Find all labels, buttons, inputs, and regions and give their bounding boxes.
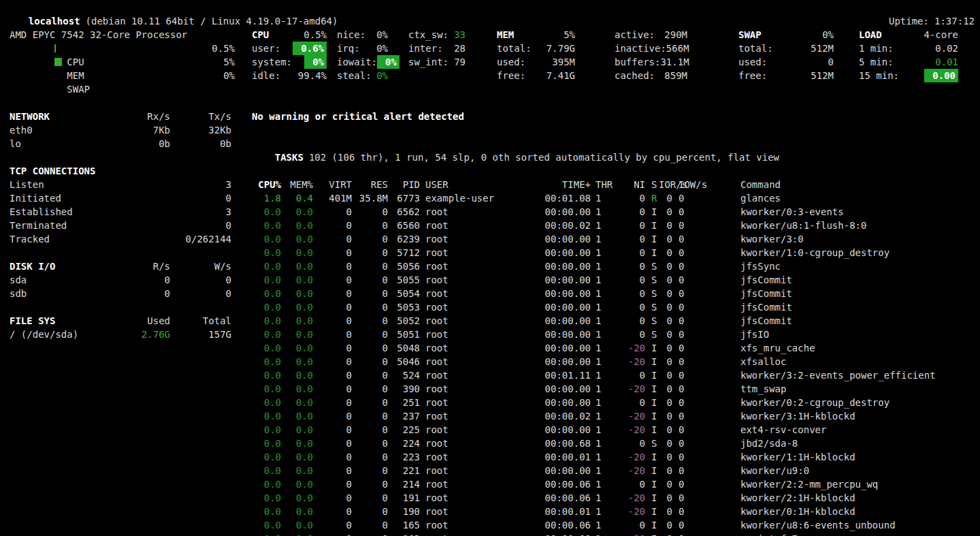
proc-time: 00:00.06 xyxy=(509,491,591,505)
proc-res: 0 xyxy=(355,219,388,232)
proc-virt: 0 xyxy=(316,450,352,464)
proc-cpu: 0.0 xyxy=(252,409,281,423)
proc-command: kworker/1:0-cgroup_destroy xyxy=(740,246,980,259)
proc-ni: 0 xyxy=(619,219,645,232)
filesystem-panel: FILE SYS Used Total / (/dev/sda) 2.76G 1… xyxy=(10,314,231,341)
load-stat-row: 5 min: 0.01 xyxy=(859,55,958,69)
fs-mount: / (/dev/sda) xyxy=(10,328,109,341)
proc-thr: 1 xyxy=(595,300,613,314)
proc-mem: 0.0 xyxy=(284,518,313,532)
proc-command: ext4-rsv-conver xyxy=(740,423,980,437)
stat-value: 0% xyxy=(304,55,327,69)
proc-res: 0 xyxy=(355,300,388,314)
proc-virt: 0 xyxy=(316,355,352,368)
process-row: 0.0 0.0 0 0 6560 root 00:00.02 1 0 I 0 0… xyxy=(252,219,980,232)
proc-ior: 0 xyxy=(659,205,672,219)
stat-value: 0% xyxy=(376,28,388,42)
proc-res: 0 xyxy=(355,273,388,287)
proc-pid: 165 xyxy=(391,518,420,532)
proc-res: 0 xyxy=(355,423,388,437)
proc-pid: 5046 xyxy=(391,355,420,368)
proc-pid: 6562 xyxy=(391,205,420,219)
proc-time: 00:01.08 xyxy=(509,191,591,205)
proc-ni: -20 xyxy=(619,464,645,477)
host-info: (debian 10.11 64bit / Linux 4.19.0-17-am… xyxy=(86,16,338,27)
stat-value: 0.01 xyxy=(935,55,958,69)
cpu-stat-row: system: 0% xyxy=(252,55,327,69)
process-row: 0.0 0.0 0 0 5712 root 00:00.00 1 0 I 0 0… xyxy=(252,246,980,259)
interface-name: eth0 xyxy=(10,123,109,137)
proc-mem: 0.0 xyxy=(284,409,313,423)
proc-res: 0 xyxy=(355,368,388,382)
gauge-label: SWAP xyxy=(67,84,90,95)
proc-res: 0 xyxy=(355,205,388,219)
process-row: 0.0 0.0 0 0 190 root 00:00.01 1 -20 I 0 … xyxy=(252,505,980,518)
proc-time: 00:00.00 xyxy=(509,259,591,273)
proc-ni: -20 xyxy=(619,355,645,368)
proc-pid: 5054 xyxy=(391,287,420,300)
process-row: 0.0 0.0 0 0 5056 root 00:00.00 1 0 S 0 0… xyxy=(252,259,980,273)
network-title: NETWORK xyxy=(10,110,109,123)
proc-virt: 0 xyxy=(316,246,352,259)
proc-thr: 1 xyxy=(595,328,613,341)
proc-pid: 5053 xyxy=(391,300,420,314)
stat-label: user: xyxy=(252,42,280,55)
proc-cpu: 0.0 xyxy=(252,423,281,437)
network-tx-header: Tx/s xyxy=(170,110,231,123)
disk-read: 0 xyxy=(109,273,170,287)
stat-value: 0% xyxy=(376,42,388,55)
proc-iow: 0 xyxy=(679,437,696,450)
proc-ni: -20 xyxy=(619,382,645,396)
proc-thr: 1 xyxy=(595,477,613,491)
fs-row: / (/dev/sda) 2.76G 157G xyxy=(10,328,231,341)
proc-thr: 1 xyxy=(595,246,613,259)
proc-thr: 1 xyxy=(595,287,613,300)
proc-thr: 1 xyxy=(595,259,613,273)
cpu-panel-col1: CPU 0.5% user: 0.6% system: 0% idle: 99.… xyxy=(252,28,327,82)
proc-time: 00:00.00 xyxy=(509,314,591,328)
tcp-stat-label: Tracked xyxy=(10,232,150,246)
proc-cpu: 0.0 xyxy=(252,518,281,532)
proc-ni: -20 xyxy=(619,532,645,536)
cpu-panel-title-row: CPU 0.5% xyxy=(252,28,327,42)
proc-mem: 0.0 xyxy=(284,423,313,437)
stat-value: 0.6% xyxy=(293,42,327,55)
mem-panel-title-row: MEM 5% xyxy=(497,28,575,42)
proc-pid: 390 xyxy=(391,382,420,396)
disk-write: 0 xyxy=(170,273,231,287)
proc-user: root xyxy=(425,300,507,314)
proc-ni: 0 xyxy=(619,300,645,314)
network-header-row: NETWORK Rx/s Tx/s xyxy=(10,110,231,123)
proc-ior: 0 xyxy=(659,314,672,328)
cpu-panel-col3: ctx_sw: 33 inter: 28 sw_int: 79 xyxy=(408,28,466,69)
proc-command: xfs_mru_cache xyxy=(740,341,980,355)
proc-mem: 0.4 xyxy=(284,191,313,205)
proc-mem: 0.0 xyxy=(284,219,313,232)
proc-ni: -20 xyxy=(619,409,645,423)
proc-res: 0 xyxy=(355,518,388,532)
proc-time: 00:00.02 xyxy=(509,409,591,423)
proc-user: root xyxy=(425,368,507,382)
proc-user: root xyxy=(425,259,507,273)
disk-read: 0 xyxy=(109,287,170,300)
proc-iow: 0 xyxy=(679,341,696,355)
proc-thr: 1 xyxy=(595,450,613,464)
stat-label: active: xyxy=(615,28,655,42)
proc-mem: 0.0 xyxy=(284,300,313,314)
proc-virt: 0 xyxy=(316,437,352,450)
process-row: 0.0 0.0 0 0 165 root 00:00.06 1 0 I 0 0 … xyxy=(252,518,980,532)
proc-iow: 0 xyxy=(679,232,696,246)
stat-label: idle: xyxy=(252,69,280,82)
tcp-stat-value: 0/262144 xyxy=(150,232,231,246)
proc-virt: 0 xyxy=(316,423,352,437)
proc-res: 0 xyxy=(355,505,388,518)
disk-read-header: R/s xyxy=(109,259,170,273)
terminal-screen[interactable]: localhost(debian 10.11 64bit / Linux 4.1… xyxy=(0,0,980,536)
tcp-stat-row: Tracked 0/262144 xyxy=(10,232,231,246)
proc-time: 00:00.02 xyxy=(509,219,591,232)
proc-time: 00:00.00 xyxy=(509,273,591,287)
proc-iow: 0 xyxy=(679,423,696,437)
swap-panel-title-row: SWAP 0% xyxy=(738,28,834,42)
process-row: 0.0 0.0 0 0 5046 root 00:00.00 1 -20 I 0… xyxy=(252,355,980,368)
proc-cpu: 0.0 xyxy=(252,382,281,396)
